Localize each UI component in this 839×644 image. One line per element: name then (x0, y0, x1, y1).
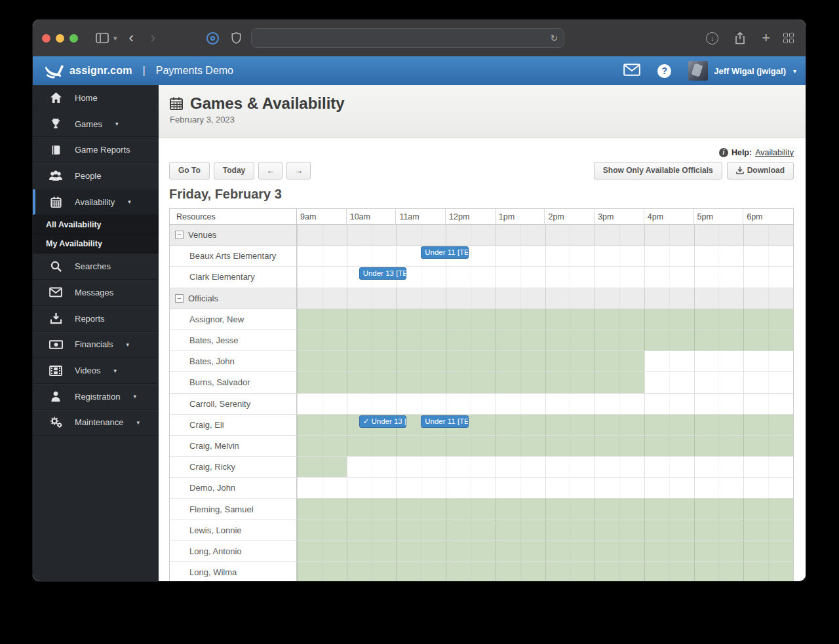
resource-timeline[interactable] (297, 562, 793, 581)
availability-block[interactable] (297, 562, 793, 581)
resource-timeline[interactable] (297, 330, 793, 351)
group-label[interactable]: −Officials (170, 288, 297, 309)
address-bar[interactable]: ↻ (251, 28, 564, 48)
download-button[interactable]: Download (727, 162, 794, 180)
resource-timeline[interactable] (297, 372, 793, 393)
game-chip[interactable]: Under 13 [TEST (359, 267, 407, 280)
availability-block[interactable] (297, 330, 793, 350)
sidebar-item-label: Reports (75, 314, 105, 324)
resource-name[interactable]: Long, Antonio (170, 541, 297, 562)
brand-name: assignr.com (69, 65, 132, 77)
resource-name[interactable]: Assignor, New (170, 309, 297, 330)
resource-name[interactable]: Demo, John (170, 478, 297, 499)
resource-timeline[interactable]: Under 13 [TEST (297, 267, 793, 288)
resource-timeline[interactable] (297, 520, 793, 541)
resource-timeline[interactable] (297, 457, 793, 478)
resource-timeline[interactable]: ✓ Under 13 [TEUnder 11 [TEST (297, 415, 793, 436)
sidebar-item-label: Maintenance (75, 417, 123, 427)
onepassword-icon[interactable] (204, 28, 221, 48)
resource-timeline[interactable] (297, 478, 793, 499)
shield-icon[interactable] (227, 28, 244, 48)
messages-icon[interactable] (623, 64, 640, 79)
resource-name[interactable]: Bates, John (170, 351, 297, 372)
chevron-down-icon[interactable]: ▾ (113, 34, 117, 43)
goto-button[interactable]: Go To (169, 162, 210, 180)
user-menu[interactable]: Jeff Wigal (jwigal) ▾ (688, 61, 796, 81)
sidebar-subitem-all-availability[interactable]: All Availability (33, 215, 159, 235)
sidebar-item-searches[interactable]: Searches (33, 254, 159, 280)
sidebar-item-game-reports[interactable]: Game Reports (33, 137, 159, 163)
resource-timeline[interactable] (297, 541, 793, 562)
org-name: Payments Demo (156, 65, 233, 77)
resource-name[interactable]: Craig, Melvin (170, 436, 297, 457)
tab-overview-icon[interactable] (783, 33, 794, 43)
availability-block[interactable] (297, 541, 793, 561)
prev-day-button[interactable]: ← (258, 162, 283, 180)
group-label[interactable]: −Venues (170, 225, 297, 246)
sidebar-item-reports[interactable]: Reports (33, 306, 159, 332)
resource-name[interactable]: Beaux Arts Elementary (170, 246, 297, 267)
sidebar-item-registration[interactable]: Registration▾ (33, 384, 159, 410)
user-name: Jeff Wigal (jwigal) (714, 66, 786, 76)
game-chip[interactable]: ✓ Under 13 [TE (359, 415, 407, 428)
resource-timeline[interactable] (297, 436, 793, 457)
next-day-button[interactable]: → (286, 162, 311, 180)
resource-timeline[interactable]: Under 11 [TEST (297, 246, 793, 267)
minimize-window-button[interactable] (56, 34, 64, 43)
show-only-available-button[interactable]: Show Only Available Officials (594, 162, 722, 180)
availability-block[interactable] (297, 520, 793, 540)
availability-block[interactable] (297, 309, 793, 330)
availability-block[interactable] (297, 457, 347, 477)
availability-block[interactable] (297, 351, 644, 371)
download-icon (736, 166, 744, 174)
sidebar-item-people[interactable]: People (33, 163, 159, 189)
sidebar-subitem-my-availability[interactable]: My Availability (33, 235, 159, 254)
group-row-venues: −Venues (170, 225, 793, 246)
sidebar-item-games[interactable]: Games▾ (33, 111, 159, 138)
sidebar-item-messages[interactable]: Messages (33, 280, 159, 306)
collapse-icon[interactable]: − (175, 231, 184, 239)
sidebar-item-financials[interactable]: Financials▾ (33, 332, 159, 358)
resource-name[interactable]: Carroll, Serenity (170, 394, 297, 415)
help-icon[interactable]: ? (657, 64, 671, 78)
back-button[interactable]: ‹ (124, 31, 139, 45)
availability-block[interactable] (297, 372, 644, 392)
schedule-row: Bates, John (170, 351, 793, 372)
zoom-window-button[interactable] (69, 34, 78, 43)
availability-block[interactable] (297, 436, 793, 456)
sidebar-toggle-icon[interactable] (94, 28, 111, 48)
forward-button[interactable]: › (146, 31, 161, 45)
sidebar-item-availability[interactable]: Availability▾ (33, 189, 159, 216)
new-tab-icon[interactable]: + (762, 31, 770, 45)
app-logo[interactable]: assignr.com | Payments Demo (45, 63, 233, 79)
close-window-button[interactable] (42, 34, 50, 43)
today-button[interactable]: Today (214, 162, 254, 180)
resource-timeline[interactable] (297, 309, 793, 330)
resource-name[interactable]: Bates, Jesse (170, 330, 297, 351)
availability-block[interactable] (297, 499, 793, 519)
sidebar-item-home[interactable]: Home (33, 85, 159, 111)
help-availability-link[interactable]: Availability (755, 148, 794, 157)
game-chip[interactable]: Under 11 [TEST (421, 246, 469, 259)
resource-name[interactable]: Burns, Salvador (170, 372, 297, 393)
resource-name[interactable]: Clark Elementary (170, 267, 297, 288)
game-chip[interactable]: Under 11 [TEST (421, 415, 469, 428)
sidebar-item-videos[interactable]: Videos▾ (33, 358, 159, 384)
resource-timeline[interactable] (297, 351, 793, 372)
caret-down-icon: ▾ (128, 199, 131, 205)
resource-timeline[interactable] (297, 499, 793, 520)
collapse-icon[interactable]: − (175, 294, 184, 303)
help-label: Help: (732, 148, 752, 157)
person-icon (49, 390, 63, 402)
resource-name[interactable]: Lewis, Lonnie (170, 520, 297, 541)
resource-name[interactable]: Long, Wilma (170, 562, 297, 581)
resource-name[interactable]: Fleming, Samuel (170, 499, 297, 520)
sidebar-item-maintenance[interactable]: Maintenance▾ (33, 410, 159, 436)
resource-name[interactable]: Craig, Eli (170, 415, 297, 436)
reload-icon[interactable]: ↻ (550, 33, 558, 43)
resource-timeline[interactable] (297, 394, 793, 415)
share-icon[interactable] (732, 28, 749, 48)
window-controls[interactable] (42, 34, 78, 43)
downloads-icon[interactable]: ↓ (706, 32, 718, 45)
resource-name[interactable]: Craig, Ricky (170, 457, 297, 478)
